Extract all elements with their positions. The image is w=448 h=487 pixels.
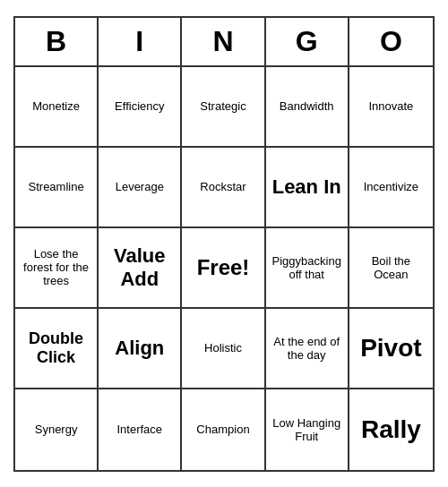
bingo-cell: Synergy xyxy=(15,389,99,470)
bingo-cell: Incentivize xyxy=(349,148,433,228)
bingo-cell: Align xyxy=(99,309,182,389)
bingo-grid: MonetizeEfficiencyStrategicBandwidthInno… xyxy=(15,67,433,470)
header-letter: G xyxy=(266,18,349,65)
header-letter: B xyxy=(15,18,99,65)
bingo-cell: Champion xyxy=(182,389,265,470)
bingo-cell: Interface xyxy=(99,389,182,470)
bingo-cell: At the end of the day xyxy=(266,309,349,389)
bingo-cell: Value Add xyxy=(99,228,182,309)
bingo-cell: Lose the forest for the trees xyxy=(15,228,99,309)
header-letter: I xyxy=(99,18,182,65)
header-letter: N xyxy=(182,18,265,65)
bingo-cell: Rockstar xyxy=(182,148,265,228)
bingo-cell: Monetize xyxy=(15,67,99,148)
bingo-cell: Low Hanging Fruit xyxy=(266,389,349,470)
bingo-cell: Lean In xyxy=(266,148,349,228)
bingo-cell: Efficiency xyxy=(99,67,182,148)
bingo-cell: Pivot xyxy=(349,309,433,389)
bingo-cell: Holistic xyxy=(182,309,265,389)
bingo-cell: Streamline xyxy=(15,148,99,228)
bingo-cell: Leverage xyxy=(99,148,182,228)
bingo-cell: Piggybacking off that xyxy=(266,228,349,309)
bingo-cell: Rally xyxy=(349,389,433,470)
bingo-cell: Double Click xyxy=(15,309,99,389)
header-letter: O xyxy=(349,18,433,65)
bingo-cell: Innovate xyxy=(349,67,433,148)
bingo-cell: Strategic xyxy=(182,67,265,148)
bingo-cell: Free! xyxy=(182,228,265,309)
bingo-cell: Boil the Ocean xyxy=(349,228,433,309)
bingo-header: BINGO xyxy=(15,18,433,67)
bingo-card: BINGO MonetizeEfficiencyStrategicBandwid… xyxy=(13,16,435,472)
bingo-cell: Bandwidth xyxy=(266,67,349,148)
